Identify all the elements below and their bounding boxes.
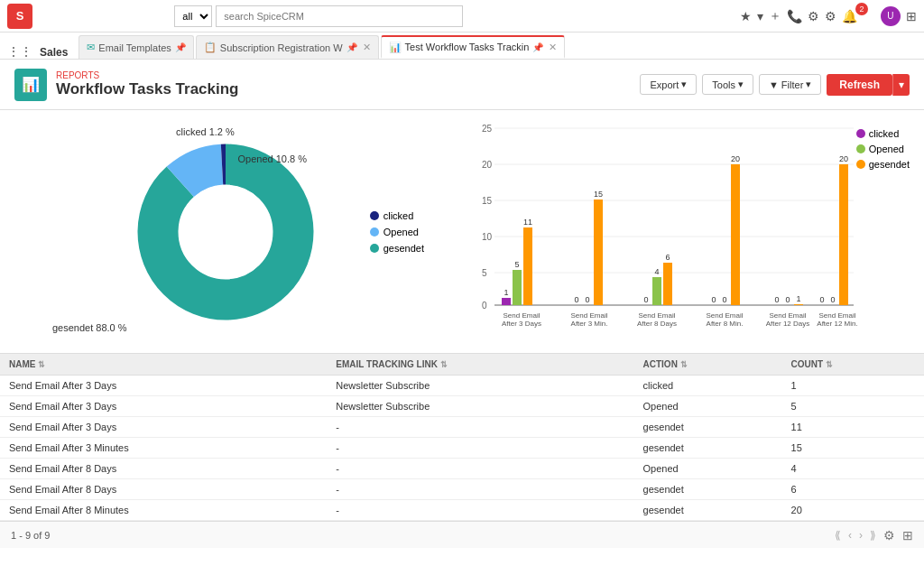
svg-text:25: 25 <box>482 124 493 134</box>
count-sort-icon[interactable]: ⇅ <box>826 360 833 369</box>
plus-icon[interactable]: ＋ <box>769 8 781 24</box>
name-sort-icon[interactable]: ⇅ <box>38 360 45 369</box>
donut-chart-area: clicked 1.2 % Opened 10.8 % gesendet 88.… <box>0 110 451 353</box>
table-row: Send Email After 3 Minutes - gesendet 15 <box>0 438 924 459</box>
cell-count: 1 <box>782 376 924 396</box>
tab-workflow-tasks-icon: 📊 <box>389 42 402 53</box>
prev-page-icon[interactable]: ‹ <box>848 529 852 542</box>
tab-subscription-reg-close[interactable]: ✕ <box>363 42 371 53</box>
apps-icon[interactable]: ⋮⋮ <box>7 44 32 59</box>
tab-email-templates-pin[interactable]: 📌 <box>175 42 186 52</box>
col-count[interactable]: COUNT ⇅ <box>782 354 924 376</box>
charts-row: clicked 1.2 % Opened 10.8 % gesendet 88.… <box>0 110 924 354</box>
tab-subscription-reg-icon: 📋 <box>204 42 217 53</box>
bar-chart-svg: 25 20 15 10 5 0 1 5 <box>466 119 890 331</box>
tab-subscription-reg-label: Subscription Registration W <box>220 42 343 53</box>
star-icon[interactable]: ★ <box>740 9 752 23</box>
filter-chevron-icon: ▾ <box>806 79 811 90</box>
refresh-dropdown-button[interactable]: ▾ <box>892 74 910 96</box>
tools-button[interactable]: Tools ▾ <box>702 74 753 95</box>
donut-clicked-label: clicked 1.2 % <box>176 126 235 137</box>
gear-icon[interactable]: ⚙ <box>808 9 819 23</box>
settings2-icon[interactable]: ⚙ <box>825 9 836 23</box>
tab-workflow-tasks-close[interactable]: ✕ <box>549 42 557 53</box>
cell-name: Send Email After 3 Days <box>0 376 327 396</box>
svg-text:Send Email: Send Email <box>571 311 608 320</box>
search-scope-select[interactable]: all <box>174 5 212 27</box>
cell-link: - <box>327 417 633 438</box>
donut-gesendet-label: gesendet 88.0 % <box>52 322 127 333</box>
cell-action: Opened <box>634 396 782 417</box>
first-page-icon[interactable]: ⟪ <box>835 529 841 542</box>
bar-chart-legend: clicked Opened gesendet <box>856 128 910 170</box>
bar-legend-clicked: clicked <box>856 128 910 139</box>
svg-text:After 12 Days: After 12 Days <box>766 320 809 328</box>
cell-action: clicked <box>634 376 782 396</box>
spice-logo[interactable]: S <box>7 4 32 29</box>
cell-action: Opened <box>634 459 782 479</box>
legend-clicked-dot <box>370 211 379 220</box>
cell-name: Send Email After 3 Days <box>0 396 327 417</box>
export-chevron-icon: ▾ <box>681 79 687 90</box>
col-email-link[interactable]: EMAIL TRACKING LINK ⇅ <box>327 354 633 376</box>
legend-opened-label: Opened <box>383 227 419 237</box>
tab-workflow-tasks[interactable]: 📊 Test Workflow Tasks Trackin 📌 ✕ <box>381 35 566 59</box>
svg-text:0: 0 <box>643 295 648 304</box>
refresh-button[interactable]: Refresh <box>827 74 892 96</box>
cell-count: 4 <box>782 459 924 479</box>
cell-action: gesendet <box>634 479 782 500</box>
col-name[interactable]: NAME ⇅ <box>0 354 327 376</box>
tab-email-templates-icon: ✉ <box>87 42 95 53</box>
svg-text:15: 15 <box>594 190 603 199</box>
cell-name: Send Email After 3 Minutes <box>0 438 327 459</box>
svg-text:After 3 Min.: After 3 Min. <box>571 320 608 328</box>
tab-email-templates[interactable]: ✉ Email Templates 📌 <box>79 35 194 59</box>
svg-text:6: 6 <box>665 253 670 262</box>
legend-clicked: clicked <box>370 210 424 221</box>
phone-icon[interactable]: 📞 <box>787 9 802 23</box>
cell-link: - <box>327 479 633 500</box>
page-header: 📊 REPORTS Workflow Tasks Tracking Export… <box>0 60 924 110</box>
cell-link: - <box>327 500 633 521</box>
table-settings-icon[interactable]: ⚙ <box>883 528 895 543</box>
cell-count: 11 <box>782 417 924 438</box>
last-page-icon[interactable]: ⟫ <box>870 529 876 542</box>
tab-subscription-reg-pin[interactable]: 📌 <box>346 42 357 52</box>
cell-count: 20 <box>782 500 924 521</box>
cell-name: Send Email After 8 Days <box>0 459 327 479</box>
user-avatar[interactable]: U <box>881 6 901 26</box>
cell-action: gesendet <box>634 438 782 459</box>
col-action[interactable]: ACTION ⇅ <box>634 354 782 376</box>
next-page-icon[interactable]: › <box>859 529 863 542</box>
bar-legend-gesendet-label: gesendet <box>869 159 910 170</box>
svg-text:Send Email: Send Email <box>707 311 744 320</box>
module-icon-symbol: 📊 <box>22 76 40 93</box>
tab-email-templates-label: Email Templates <box>98 42 171 53</box>
module-icon: 📊 <box>14 69 47 101</box>
svg-text:0: 0 <box>785 295 790 304</box>
svg-text:20: 20 <box>839 154 848 163</box>
svg-text:4: 4 <box>654 267 659 276</box>
table-row: Send Email After 3 Days Newsletter Subsc… <box>0 396 924 417</box>
svg-text:0: 0 <box>711 295 716 304</box>
table-columns-icon[interactable]: ⊞ <box>902 528 913 543</box>
svg-text:0: 0 <box>482 301 487 311</box>
filter-button[interactable]: ▼ Filter ▾ <box>759 74 821 95</box>
grid-icon[interactable]: ⊞ <box>906 9 917 23</box>
svg-rect-20 <box>523 227 532 305</box>
export-button[interactable]: Export ▾ <box>640 74 697 95</box>
chevron-icon[interactable]: ▾ <box>757 9 763 23</box>
email-link-sort-icon[interactable]: ⇅ <box>440 360 448 369</box>
search-input[interactable] <box>216 5 463 27</box>
table-row: Send Email After 3 Days Newsletter Subsc… <box>0 376 924 396</box>
table-footer: 1 - 9 of 9 ⟪ ‹ › ⟫ ⚙ ⊞ <box>0 521 924 548</box>
action-sort-icon[interactable]: ⇅ <box>680 360 688 369</box>
tab-subscription-reg[interactable]: 📋 Subscription Registration W 📌 ✕ <box>196 35 379 59</box>
tab-workflow-tasks-pin[interactable]: 📌 <box>532 42 543 52</box>
legend-clicked-label: clicked <box>383 210 414 221</box>
breadcrumb: REPORTS <box>56 70 239 80</box>
search-area: all <box>174 5 463 27</box>
svg-rect-28 <box>594 199 603 305</box>
svg-text:After 3 Days: After 3 Days <box>502 320 541 328</box>
svg-text:After 8 Days: After 8 Days <box>637 320 677 328</box>
